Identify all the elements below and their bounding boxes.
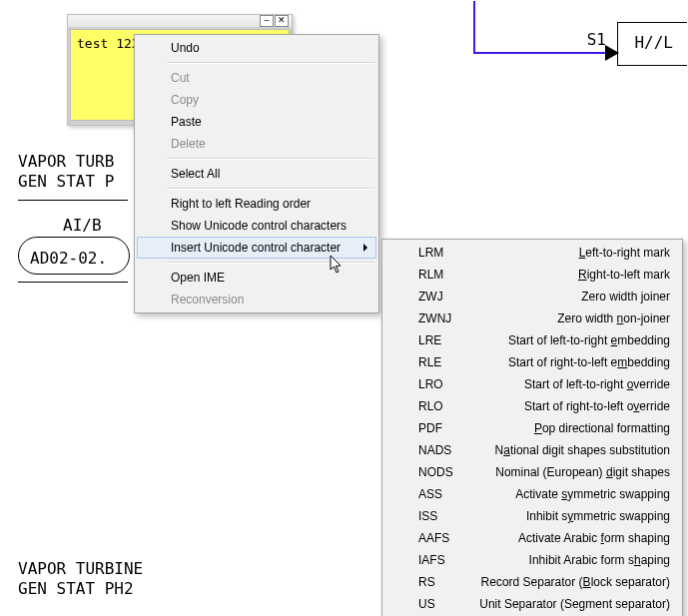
submenu-item-code: RS [418, 574, 466, 590]
menu-separator [167, 262, 374, 264]
bg-box-hl: H//L [617, 22, 687, 66]
submenu-item-aafs[interactable]: AAFSActivate Arabic form shaping [384, 527, 680, 549]
submenu-item-code: US [418, 596, 466, 612]
context-menu: Undo Cut Copy Paste Delete Select All Ri… [134, 34, 379, 313]
submenu-item-desc: Left-to-right mark [466, 245, 670, 261]
submenu-item-desc: Zero width joiner [466, 289, 670, 305]
submenu-item-code: RLO [418, 398, 466, 414]
submenu-item-code: ASS [418, 486, 466, 502]
menu-reconversion[interactable]: Reconversion [137, 289, 376, 310]
menu-rtl-reading[interactable]: Right to left Reading order [137, 193, 376, 215]
submenu-item-code: NADS [418, 442, 466, 458]
minimize-button[interactable]: – [260, 15, 274, 27]
submenu-item-code: ZWNJ [418, 310, 466, 326]
submenu-item-desc: Right-to-left mark [466, 267, 670, 283]
submenu-arrow-icon [363, 244, 367, 252]
submenu-item-desc: Start of right-to-left embedding [466, 354, 670, 370]
submenu-item-lre[interactable]: LREStart of left-to-right embedding [384, 329, 680, 351]
submenu-item-desc: Unit Separator (Segment separator) [466, 596, 670, 612]
bg-divider [18, 282, 128, 283]
submenu-item-code: RLM [418, 267, 466, 283]
submenu-item-desc: Nominal (European) digit shapes [466, 464, 670, 480]
submenu-item-zwj[interactable]: ZWJZero width joiner [384, 286, 680, 308]
menu-delete[interactable]: Delete [137, 133, 376, 155]
submenu-item-desc: Start of left-to-right embedding [466, 332, 670, 348]
submenu-item-rle[interactable]: RLEStart of right-to-left embedding [384, 351, 680, 373]
submenu-item-desc: Inhibit Arabic form shaping [466, 552, 670, 568]
menu-paste[interactable]: Paste [137, 111, 376, 133]
submenu-item-code: NODS [418, 464, 466, 480]
submenu-item-zwnj[interactable]: ZWNJZero width non-joiner [384, 308, 680, 329]
submenu-item-code: ISS [418, 508, 466, 524]
note-titlebar[interactable]: – ✕ [68, 15, 292, 27]
menu-separator [167, 188, 374, 190]
menu-select-all[interactable]: Select All [137, 163, 376, 185]
menu-show-unicode-cc[interactable]: Show Unicode control characters [137, 215, 376, 237]
submenu-item-code: IAFS [418, 552, 466, 568]
menu-open-ime[interactable]: Open IME [137, 267, 376, 289]
bg-label-vapor-turb: VAPOR TURB GEN STAT P [18, 152, 114, 192]
submenu-item-code: LRE [418, 332, 466, 348]
bg-label-vapor-turbine: VAPOR TURBINE GEN STAT PH2 [18, 559, 143, 599]
submenu-item-code: ZWJ [418, 289, 466, 305]
menu-separator [167, 62, 374, 64]
submenu-item-desc: Pop directional formatting [466, 420, 670, 436]
submenu-item-code: AAFS [418, 530, 466, 546]
menu-cut[interactable]: Cut [137, 67, 376, 89]
menu-insert-unicode-cc[interactable]: Insert Unicode control character [137, 237, 376, 259]
submenu-item-desc: Inhibit symmetric swapping [466, 508, 670, 524]
submenu-item-lrm[interactable]: LRMLeft-to-right mark [384, 242, 680, 264]
menu-undo[interactable]: Undo [137, 37, 376, 59]
bg-label-s1: S1 [587, 30, 606, 49]
submenu-item-desc: Zero width non-joiner [466, 310, 670, 326]
bg-node-label: AD02-02. [30, 249, 107, 268]
submenu-item-desc: Activate symmetric swapping [466, 486, 670, 502]
bg-wire [473, 52, 613, 54]
submenu-item-nads[interactable]: NADSNational digit shapes substitution [384, 439, 680, 461]
submenu-item-desc: Record Separator (Block separator) [466, 574, 670, 590]
bg-wire [473, 1, 475, 54]
submenu-item-desc: Start of right-to-left override [466, 398, 670, 414]
submenu-item-desc: Start of left-to-right override [466, 376, 670, 392]
bg-divider [18, 200, 128, 201]
menu-separator [167, 158, 374, 160]
submenu-item-lro[interactable]: LROStart of left-to-right override [384, 373, 680, 395]
submenu-item-code: PDF [418, 420, 466, 436]
submenu-item-code: LRM [418, 245, 466, 261]
submenu-item-rlm[interactable]: RLMRight-to-left mark [384, 264, 680, 286]
submenu-item-desc: Activate Arabic form shaping [466, 530, 670, 546]
unicode-cc-submenu: LRMLeft-to-right markRLMRight-to-left ma… [381, 239, 683, 616]
submenu-item-code: LRO [418, 376, 466, 392]
submenu-item-code: RLE [418, 354, 466, 370]
note-text-input[interactable]: test 123 [77, 36, 142, 51]
submenu-item-iss[interactable]: ISSInhibit symmetric swapping [384, 505, 680, 527]
submenu-item-desc: National digit shapes substitution [466, 442, 670, 458]
submenu-item-nods[interactable]: NODSNominal (European) digit shapes [384, 461, 680, 483]
menu-copy[interactable]: Copy [137, 89, 376, 111]
submenu-item-iafs[interactable]: IAFSInhibit Arabic form shaping [384, 549, 680, 571]
bg-label-ai: AI/B [63, 216, 102, 235]
close-button[interactable]: ✕ [275, 15, 289, 27]
submenu-item-pdf[interactable]: PDFPop directional formatting [384, 417, 680, 439]
submenu-item-rs[interactable]: RSRecord Separator (Block separator) [384, 571, 680, 593]
submenu-item-rlo[interactable]: RLOStart of right-to-left override [384, 395, 680, 417]
submenu-item-us[interactable]: USUnit Separator (Segment separator) [384, 593, 680, 615]
submenu-item-ass[interactable]: ASSActivate symmetric swapping [384, 483, 680, 505]
